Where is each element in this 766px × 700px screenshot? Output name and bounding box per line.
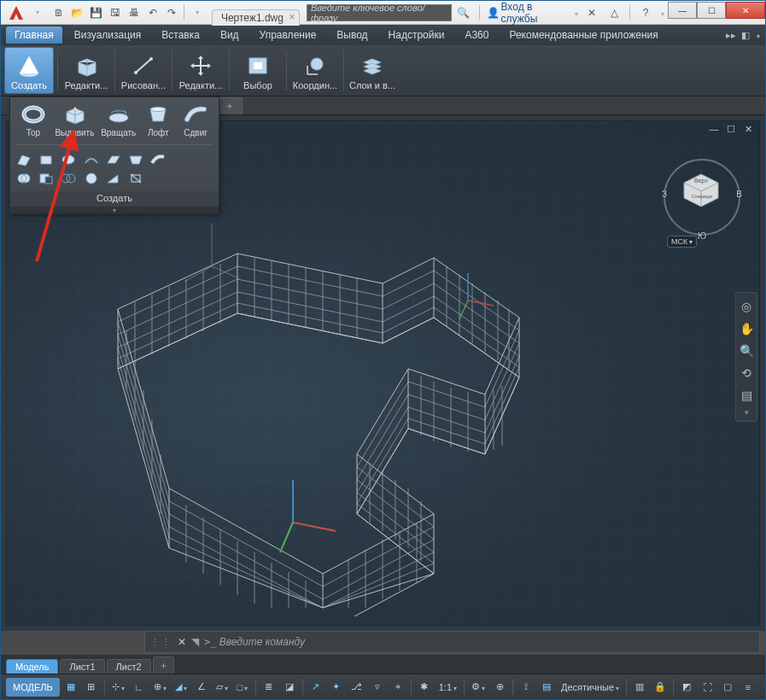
intersect-icon[interactable] (60, 171, 77, 186)
minimize-button[interactable]: — (668, 2, 697, 19)
qat-save-icon[interactable]: 💾 (88, 4, 105, 21)
gizmo-icon[interactable]: ⌖ (389, 678, 407, 697)
view-cube[interactable]: Верх Спереди Ю З В МСК (664, 159, 740, 236)
app-menu-chevron-icon[interactable] (28, 4, 45, 21)
grid-toggle-icon[interactable]: ▦ (61, 678, 80, 697)
ribbon-tab-apps[interactable]: Рекомендованные приложения (500, 26, 666, 44)
otrack-toggle-icon[interactable]: □ (233, 678, 252, 697)
dynamic-ucs-icon[interactable]: ⎇ (348, 678, 366, 697)
selection-cycling-icon[interactable]: ↗ (307, 678, 325, 697)
osnap-toggle-icon[interactable]: ∠ (192, 678, 211, 697)
qat-undo-icon[interactable]: ↶ (144, 4, 161, 21)
presspull-icon[interactable] (38, 152, 55, 167)
qat-saveas-icon[interactable]: 🖫 (107, 4, 124, 21)
sheet2-tab[interactable]: Лист2 (107, 659, 151, 674)
infer-constraints-icon[interactable]: ⊹ (108, 678, 128, 697)
ortho-toggle-icon[interactable]: ∟ (130, 678, 149, 697)
model-tab[interactable]: Модель (6, 659, 58, 674)
ribbon-panel-toggle-icon[interactable]: ◧ (741, 30, 750, 41)
sweep-tool[interactable]: Сдвиг (178, 101, 213, 139)
transparency-toggle-icon[interactable]: ◪ (280, 678, 299, 697)
a360-icon[interactable]: △ (605, 4, 623, 21)
vp-close-icon[interactable]: ✕ (742, 123, 754, 135)
flyout-expand-handle[interactable]: ▾ (10, 207, 219, 213)
cmdline-close-icon[interactable]: ✕ (178, 636, 186, 648)
loft-tool[interactable]: Лофт (140, 101, 176, 139)
3dosnap-toggle-icon[interactable]: ▱ (213, 678, 231, 697)
annotation-monitor-icon[interactable]: ⊕ (490, 678, 509, 697)
document-tab[interactable]: Чертеж1.dwg (212, 9, 300, 26)
section-icon[interactable] (127, 171, 144, 186)
quick-properties-icon[interactable]: ▥ (630, 678, 649, 697)
cmdline-drag-handle-icon[interactable]: ⋮⋮ (150, 637, 172, 648)
ribbon-tab-home[interactable]: Главная (6, 26, 62, 44)
torus-tool[interactable]: Тор (15, 101, 51, 139)
command-line[interactable]: ⋮⋮ ✕ ◥ >_ Введите команду (144, 631, 760, 653)
viewcube-east-label[interactable]: В (736, 190, 742, 199)
ribbon-tab-output[interactable]: Вывод (328, 26, 376, 44)
ribbon-scroll-icon[interactable]: ▸▸ (726, 30, 736, 41)
sweep-surf-icon[interactable] (149, 152, 167, 167)
clean-screen-icon[interactable]: ▢ (718, 678, 737, 697)
qat-redo-icon[interactable]: ↷ (163, 4, 180, 21)
close-button[interactable]: ✕ (726, 2, 765, 19)
qat-new-icon[interactable]: 🗎 (50, 4, 67, 21)
ribbon-tab-insert[interactable]: Вставка (153, 26, 208, 44)
scale-display[interactable]: 1:1 (436, 682, 460, 692)
extrude-tool[interactable]: Выдавить (53, 101, 96, 139)
snap-toggle-icon[interactable]: ⊞ (82, 678, 101, 697)
qp-toggle-icon[interactable]: ▤ (537, 678, 556, 697)
maximize-button[interactable]: ☐ (697, 2, 726, 19)
app-logo[interactable] (4, 3, 28, 22)
subtract-icon[interactable] (38, 171, 55, 186)
workspace-switching-icon[interactable]: ⚙ (468, 678, 488, 697)
ribbon-collapse-icon[interactable] (755, 30, 760, 40)
add-layout-tab[interactable]: ＋ (153, 656, 174, 674)
ribbon-tab-view[interactable]: Вид (212, 26, 248, 44)
search-go-icon[interactable]: 🔍 (455, 4, 472, 21)
isolate-objects-icon[interactable]: ◩ (677, 678, 696, 697)
polysolid-icon[interactable] (15, 152, 32, 167)
select-panel-button[interactable]: Выбор (233, 47, 283, 94)
customize-status-icon[interactable]: ≡ (739, 678, 757, 697)
help-chevron-icon[interactable] (659, 7, 664, 19)
lineweight-toggle-icon[interactable]: ≣ (260, 678, 278, 697)
planar-surf-icon[interactable] (105, 152, 122, 167)
ribbon-tab-a360[interactable]: A360 (456, 26, 497, 44)
sign-in-link[interactable]: 👤 Вход в службы (487, 1, 579, 25)
isodraft-icon[interactable]: ◢ (172, 678, 190, 697)
3dosnap-icon[interactable]: ✦ (327, 678, 346, 697)
coords-panel-button[interactable]: Координ... (290, 47, 340, 94)
qat-expand-icon[interactable] (188, 4, 205, 21)
navbar-expand-icon[interactable]: ▾ (738, 409, 755, 416)
drawing-tab-add[interactable]: ＋ (217, 97, 243, 114)
draw-panel-button[interactable]: Рисован... (119, 47, 168, 94)
wedge-icon[interactable] (105, 171, 122, 186)
sheet1-tab[interactable]: Лист1 (60, 659, 104, 674)
annotation-visibility-icon[interactable]: ✱ (415, 678, 434, 697)
orbit-icon[interactable]: ⟲ (738, 365, 755, 382)
network-surf-icon[interactable] (83, 152, 100, 167)
viewcube-cube[interactable]: Верх Спереди (681, 171, 722, 208)
lock-ui-icon[interactable]: 🔒 (651, 678, 670, 697)
ribbon-tab-manage[interactable]: Управление (251, 26, 325, 44)
qat-open-icon[interactable]: 📂 (69, 4, 86, 21)
polar-toggle-icon[interactable]: ⊕ (150, 678, 170, 697)
ribbon-tab-visualize[interactable]: Визуализация (66, 26, 150, 44)
viewcube-south-label[interactable]: Ю (698, 231, 706, 241)
loft-surf-icon[interactable] (127, 152, 144, 167)
revolve-tool[interactable]: Вращать (98, 101, 138, 139)
create-panel-button[interactable]: Создать (4, 47, 54, 94)
pan-hand-icon[interactable]: ✋ (738, 320, 755, 337)
sphere-icon[interactable] (83, 171, 100, 186)
viewcube-west-label[interactable]: З (662, 190, 667, 199)
help-icon[interactable]: ? (637, 4, 654, 21)
units-display[interactable]: Десятичные (558, 682, 623, 692)
steering-wheel-icon[interactable]: ◎ (738, 298, 755, 315)
selection-filter-icon[interactable]: ▿ (368, 678, 387, 697)
infocenter-search[interactable]: Введите ключевое слово/фразу (307, 4, 452, 21)
ribbon-tab-addins[interactable]: Надстройки (380, 26, 453, 44)
layers-panel-button[interactable]: Слои и в... (348, 47, 397, 94)
smooth-mesh-icon[interactable] (60, 152, 77, 167)
hardware-accel-icon[interactable]: ⛶ (698, 678, 716, 697)
